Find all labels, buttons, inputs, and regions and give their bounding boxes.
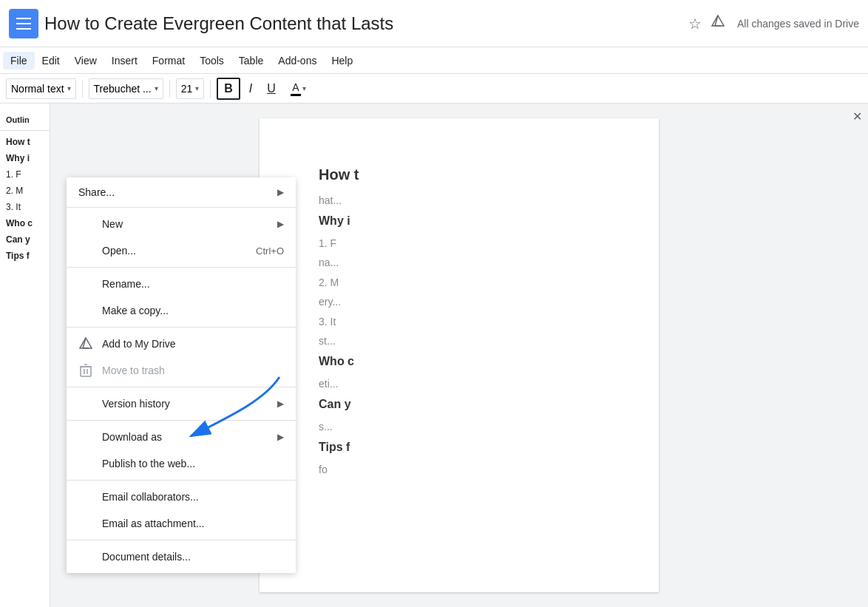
file-menu-open[interactable]: Open... Ctrl+O bbox=[67, 237, 296, 264]
download-as-label: Download as bbox=[102, 431, 162, 443]
toolbar: Normal text ▾ Trebuchet ... ▾ 21 ▾ B I U… bbox=[0, 74, 868, 104]
doc-content: How t hat... Why i 1. F na... 2. M ery..… bbox=[319, 163, 600, 478]
file-menu-publish[interactable]: Publish to the web... bbox=[67, 450, 296, 477]
doc-heading-1: How t bbox=[319, 163, 600, 186]
toolbar-font-select[interactable]: Trebuchet ... ▾ bbox=[89, 78, 163, 99]
file-menu-version-history[interactable]: Version history ▶ bbox=[67, 390, 296, 417]
star-icon[interactable]: ☆ bbox=[688, 15, 702, 33]
menu-edit[interactable]: Edit bbox=[35, 52, 67, 69]
menu-sep-6 bbox=[67, 480, 296, 481]
publish-icon bbox=[78, 456, 93, 471]
font-color-button[interactable]: A ▾ bbox=[285, 78, 312, 99]
menu-sep-7 bbox=[67, 540, 296, 540]
menu-format[interactable]: Format bbox=[145, 52, 192, 69]
italic-button[interactable]: I bbox=[243, 79, 258, 98]
doc-para-8: eti... bbox=[319, 376, 600, 392]
trash-icon bbox=[78, 363, 93, 378]
file-menu-doc-details[interactable]: Document details... bbox=[67, 543, 296, 570]
add-to-drive-label: Add to My Drive bbox=[102, 338, 176, 350]
file-dropdown-menu: Share... ▶ New ▶ Open... Ctrl+O Rename..… bbox=[67, 177, 296, 573]
drive-share-icon[interactable] bbox=[711, 14, 725, 33]
new-label: New bbox=[102, 218, 123, 230]
font-size-label: 21 bbox=[181, 83, 193, 95]
underline-button[interactable]: U bbox=[261, 79, 282, 98]
menu-sep-2 bbox=[67, 267, 296, 268]
file-menu-email-attachment[interactable]: Email as attachment... bbox=[67, 510, 296, 537]
new-icon bbox=[78, 217, 93, 231]
font-color-chevron: ▾ bbox=[302, 84, 306, 92]
menu-insert[interactable]: Insert bbox=[104, 52, 145, 69]
toolbar-normal-text-select[interactable]: Normal text ▾ bbox=[6, 78, 76, 99]
outline-item-7[interactable]: Can y bbox=[0, 231, 50, 248]
rename-icon bbox=[78, 277, 93, 291]
share-label: Share... bbox=[78, 186, 115, 198]
download-submenu-arrow: ▶ bbox=[277, 432, 284, 442]
font-color-line bbox=[291, 94, 301, 96]
menu-sep-4 bbox=[67, 387, 296, 387]
document-title[interactable]: How to Create Evergreen Content that Las… bbox=[44, 13, 679, 34]
outline-item-6[interactable]: Who c bbox=[0, 215, 50, 231]
doc-page: How t hat... Why i 1. F na... 2. M ery..… bbox=[260, 118, 659, 592]
menu-sep-1 bbox=[67, 207, 296, 208]
font-name-label: Trebuchet ... bbox=[94, 83, 152, 95]
doc-para-7: st... bbox=[319, 333, 600, 349]
menu-help[interactable]: Help bbox=[324, 52, 360, 69]
file-menu-share[interactable]: Share... ▶ bbox=[67, 180, 296, 204]
file-menu-rename[interactable]: Rename... bbox=[67, 271, 296, 297]
toolbar-font-size-select[interactable]: 21 ▾ bbox=[176, 78, 205, 99]
open-icon bbox=[78, 243, 93, 258]
hamburger-button[interactable] bbox=[9, 9, 38, 38]
email-attach-icon bbox=[78, 516, 93, 531]
outline-item-5[interactable]: 3. It bbox=[0, 199, 50, 215]
menu-tools[interactable]: Tools bbox=[192, 52, 231, 69]
file-menu-download-as[interactable]: Download as ▶ bbox=[67, 424, 296, 450]
doc-para-3: na... bbox=[319, 254, 600, 271]
share-chevron-icon: ▶ bbox=[277, 187, 284, 197]
doc-para-6: 3. It bbox=[319, 313, 600, 330]
version-icon bbox=[78, 396, 93, 411]
svg-rect-7 bbox=[81, 367, 91, 376]
new-submenu-arrow: ▶ bbox=[277, 219, 284, 229]
copy-label: Make a copy... bbox=[102, 305, 169, 316]
outline-item-1[interactable]: How t bbox=[0, 134, 50, 150]
bold-button[interactable]: B bbox=[217, 78, 240, 100]
font-color-label: A bbox=[292, 81, 299, 93]
sidebar-close-button[interactable]: ✕ bbox=[852, 109, 862, 123]
file-menu-new[interactable]: New ▶ bbox=[67, 211, 296, 237]
menu-table[interactable]: Table bbox=[231, 52, 271, 69]
doc-para-1: hat... bbox=[319, 192, 600, 208]
menu-file[interactable]: File bbox=[3, 52, 35, 69]
file-menu-copy[interactable]: Make a copy... bbox=[67, 297, 296, 324]
menu-sep-5 bbox=[67, 420, 296, 421]
email-collab-icon bbox=[78, 489, 93, 504]
outline-item-8[interactable]: Tips f bbox=[0, 248, 50, 264]
doc-heading-3: Who c bbox=[319, 352, 600, 371]
title-icons: ☆ bbox=[688, 14, 725, 33]
file-menu-trash[interactable]: Move to trash bbox=[67, 357, 296, 384]
drive-icon bbox=[78, 336, 93, 351]
outline-item-3[interactable]: 1. F bbox=[0, 166, 50, 183]
toolbar-sep-3 bbox=[210, 80, 211, 98]
menu-addons[interactable]: Add-ons bbox=[271, 52, 324, 69]
trash-label: Move to trash bbox=[102, 364, 165, 376]
rename-label: Rename... bbox=[102, 278, 150, 290]
toolbar-sep-2 bbox=[169, 80, 170, 98]
open-shortcut: Ctrl+O bbox=[256, 245, 284, 257]
file-menu-add-to-drive[interactable]: Add to My Drive bbox=[67, 330, 296, 357]
open-label: Open... bbox=[102, 245, 136, 257]
doc-para-9: s... bbox=[319, 418, 600, 435]
menu-bar: File Edit View Insert Format Tools Table… bbox=[0, 47, 868, 74]
outline-item-2[interactable]: Why i bbox=[0, 150, 50, 166]
sidebar: Outlin How t Why i 1. F 2. M 3. It Who c… bbox=[0, 104, 50, 607]
file-menu-email-collaborators[interactable]: Email collaborators... bbox=[67, 484, 296, 510]
font-size-chevron: ▾ bbox=[195, 84, 199, 92]
normal-text-label: Normal text bbox=[11, 83, 64, 95]
document-details-label: Document details... bbox=[102, 551, 191, 563]
version-history-label: Version history bbox=[102, 398, 170, 410]
menu-view[interactable]: View bbox=[67, 52, 104, 69]
menu-sep-3 bbox=[67, 327, 296, 328]
email-collaborators-label: Email collaborators... bbox=[102, 491, 199, 503]
outline-item-4[interactable]: 2. M bbox=[0, 183, 50, 199]
doc-details-icon bbox=[78, 549, 93, 564]
publish-label: Publish to the web... bbox=[102, 458, 195, 469]
